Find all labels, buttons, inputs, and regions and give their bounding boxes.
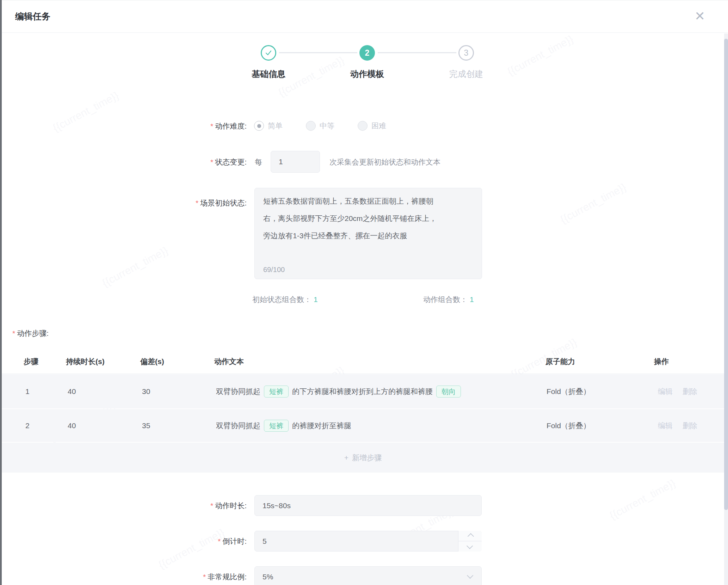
step-number: 2 [365, 48, 370, 58]
cell-step: 2 [25, 421, 30, 430]
cell-operations: 编辑 删除 [658, 387, 697, 396]
page-left-edge [0, 0, 2, 585]
cell-deviation: 30 [142, 387, 150, 396]
stat-initial-combos: 初始状态组合数：1 [252, 295, 318, 304]
action-steps-label: *动作步骤: [12, 328, 49, 338]
required-asterisk: * [203, 573, 206, 581]
table-row-2: 2 40 35 双臂协同抓起 短裤 的裤腰对折至裤腿 Fold（折叠） 编辑 删… [2, 409, 724, 442]
required-asterisk: * [210, 122, 213, 130]
cell-deviation: 35 [142, 421, 150, 430]
column-header-step: 步骤 [24, 357, 38, 367]
stat-value: 1 [314, 295, 318, 303]
add-step-row: + 新增步骤 [2, 443, 724, 473]
edit-link[interactable]: 编辑 [658, 387, 673, 396]
step-label-finish-create: 完成创建 [427, 68, 505, 80]
required-asterisk: * [196, 199, 198, 207]
edit-link[interactable]: 编辑 [658, 421, 673, 431]
radio-medium[interactable]: 中等 [306, 121, 334, 131]
step-number: 3 [464, 48, 469, 58]
watermark-text: {{current_time}} [505, 33, 575, 78]
cell-duration: 40 [68, 421, 76, 430]
step-label-action-template: 动作模板 [328, 68, 406, 80]
delete-link[interactable]: 删除 [683, 387, 697, 396]
column-header-atomic-ability: 原子能力 [545, 357, 575, 367]
duration-input[interactable]: 15s~80s [254, 495, 482, 516]
char-counter: 69/100 [263, 266, 285, 274]
difficulty-label: *动作难度: [0, 121, 247, 131]
delete-link[interactable]: 删除 [683, 421, 697, 431]
close-button[interactable]: ✕ [691, 8, 708, 25]
scene-initial-textarea[interactable]: 短裤五条数据背面朝上，五条数据正面朝上，裤腰朝右，离头部视野下方至少20cm之外… [254, 188, 482, 279]
scene-initial-text: 短裤五条数据背面朝上，五条数据正面朝上，裤腰朝右，离头部视野下方至少20cm之外… [263, 192, 441, 244]
cell-atomic-ability: Fold（折叠） [547, 421, 591, 431]
radio-dot [257, 124, 261, 128]
chevron-up-icon [467, 533, 474, 540]
column-header-action-text: 动作文本 [214, 357, 244, 367]
step-circle-1 [261, 45, 276, 61]
required-asterisk: * [210, 158, 213, 166]
step-circle-3: 3 [458, 45, 474, 61]
spinner-down-button[interactable] [458, 541, 482, 552]
orientation-tag: 朝向 [436, 386, 461, 398]
number-spinner [458, 531, 482, 552]
close-icon: ✕ [695, 9, 705, 24]
cell-atomic-ability: Fold（折叠） [547, 387, 591, 396]
stat-value: 1 [470, 295, 474, 303]
countdown-label: *倒计时: [0, 536, 247, 546]
watermark-text: {{current_time}} [156, 526, 227, 571]
step-connector-1 [279, 52, 357, 53]
radio-label: 中等 [320, 121, 334, 131]
add-step-button[interactable]: + 新增步骤 [344, 453, 382, 463]
state-change-prefix: 每 [255, 157, 262, 167]
radio-label: 困难 [371, 121, 386, 131]
step-circle-2: 2 [359, 45, 375, 61]
state-change-suffix: 次采集会更新初始状态和动作文本 [329, 157, 440, 167]
required-asterisk: * [210, 501, 213, 510]
watermark-text: {{current_time}} [100, 244, 170, 289]
duration-label: *动作时长: [0, 501, 247, 511]
table-header-border [2, 374, 724, 374]
scene-initial-label: *场景初始状态: [0, 198, 247, 208]
state-change-input[interactable]: 1 [271, 151, 320, 173]
watermark-text: {{current_time}} [607, 477, 678, 522]
radio-easy[interactable]: 简单 [254, 121, 283, 131]
scrollbar-thumb[interactable] [724, 39, 728, 510]
cell-step: 1 [25, 387, 30, 396]
chevron-down-icon [467, 572, 473, 579]
header-divider [0, 32, 728, 33]
countdown-input[interactable]: 5 [254, 531, 482, 552]
cell-operations: 编辑 删除 [658, 421, 697, 431]
radio-label: 简单 [268, 121, 283, 131]
radio-hard[interactable]: 困难 [358, 121, 386, 131]
dialog-title: 编辑任务 [15, 11, 50, 22]
difficulty-radio-group: 简单 中等 困难 [254, 121, 386, 131]
edit-task-dialog: {{current_time}}{{current_time}}{{curren… [0, 0, 728, 585]
state-change-label: *状态变更: [0, 157, 247, 167]
radio-circle-checked [254, 121, 264, 131]
plus-icon: + [344, 454, 348, 462]
cell-action-text: 双臂协同抓起 短裤 的下方裤腿和裤腰对折到上方的裤腿和裤腰 朝向 [216, 386, 464, 398]
unusual-ratio-select[interactable]: 5% [254, 566, 482, 585]
garment-tag: 短裤 [264, 386, 289, 398]
watermark-text: {{current_time}} [558, 181, 628, 226]
column-header-duration: 持续时长(s) [66, 357, 105, 367]
step-connector-2 [378, 52, 456, 53]
table-row-1: 1 40 30 双臂协同抓起 短裤 的下方裤腿和裤腰对折到上方的裤腿和裤腰 朝向… [2, 374, 724, 408]
required-asterisk: * [12, 329, 15, 337]
stat-action-combos: 动作组合数：1 [423, 295, 474, 304]
radio-circle [306, 121, 316, 131]
cell-action-text: 双臂协同抓起 短裤 的裤腰对折至裤腿 [216, 420, 351, 432]
spinner-up-button[interactable] [458, 531, 482, 541]
required-asterisk: * [218, 537, 221, 545]
column-header-deviation: 偏差(s) [140, 357, 164, 367]
column-header-operations: 操作 [654, 357, 669, 367]
step-label-basic-info: 基础信息 [230, 68, 307, 80]
radio-circle [358, 121, 368, 131]
dialog-top-edge [0, 0, 728, 0]
garment-tag: 短裤 [264, 420, 289, 432]
chevron-down-icon [466, 543, 473, 549]
cell-duration: 40 [68, 387, 76, 396]
check-icon [264, 49, 273, 57]
unusual-ratio-label: *非常规比例: [0, 572, 247, 582]
